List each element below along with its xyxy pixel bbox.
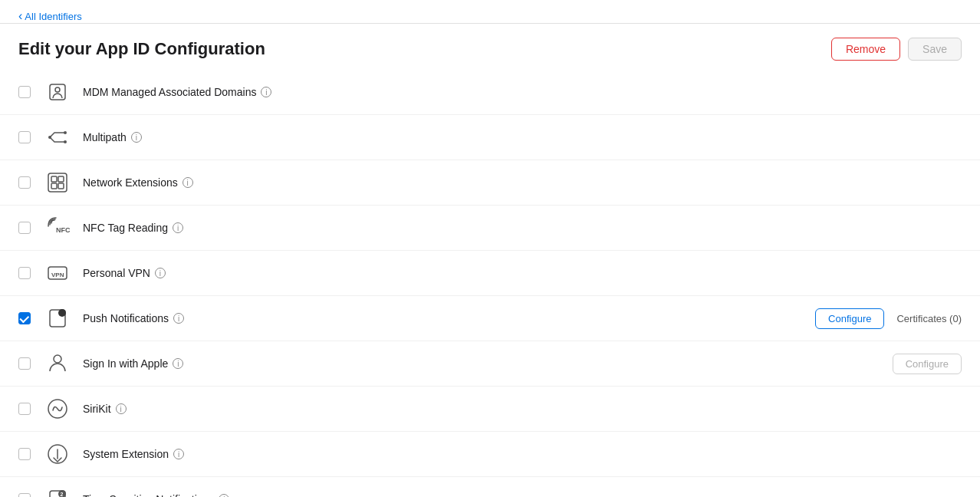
icon-sirikit [43, 394, 72, 423]
icon-sign-in-with-apple [43, 349, 72, 378]
capability-row-multipath: Multipathi [0, 115, 980, 160]
capability-row-network-extensions: Network Extensionsi [0, 160, 980, 206]
capability-name-system-extension: System Extensioni [83, 448, 962, 460]
row-actions-sign-in-with-apple: Configure [893, 354, 962, 374]
capability-row-time-sensitive: 2 Time Sensitive Notificationsi [0, 477, 980, 497]
info-icon-nfc-tag-reading[interactable]: i [173, 222, 183, 233]
capability-name-sign-in-with-apple: Sign In with Applei [83, 357, 893, 370]
checkbox-push-notifications[interactable] [18, 312, 31, 324]
capability-name-network-extensions: Network Extensionsi [83, 176, 962, 189]
svg-rect-6 [51, 176, 57, 182]
svg-point-14 [58, 309, 66, 317]
checkbox-time-sensitive[interactable] [18, 493, 31, 497]
svg-text:2: 2 [61, 492, 64, 497]
svg-rect-9 [58, 183, 64, 189]
svg-rect-7 [58, 176, 64, 182]
capability-name-personal-vpn: Personal VPNi [83, 267, 962, 279]
svg-point-15 [54, 355, 61, 363]
svg-point-3 [64, 131, 67, 134]
icon-personal-vpn: VPN [43, 258, 72, 288]
info-icon-mdm-managed[interactable]: i [261, 87, 271, 97]
capability-list: MDM Managed Associated Domainsi Multipat… [0, 70, 980, 497]
configure-button-sign-in-with-apple[interactable]: Configure [893, 354, 962, 374]
svg-point-4 [64, 140, 67, 143]
row-actions-push-notifications: ConfigureCertificates (0) [815, 308, 962, 329]
info-icon-system-extension[interactable]: i [173, 449, 184, 459]
checkbox-network-extensions[interactable] [18, 176, 31, 189]
page-title: Edit your App ID Configuration [18, 39, 265, 59]
svg-rect-8 [51, 183, 57, 189]
capability-name-time-sensitive: Time Sensitive Notificationsi [83, 493, 962, 497]
save-button[interactable]: Save [908, 38, 962, 61]
info-icon-time-sensitive[interactable]: i [219, 494, 229, 497]
capability-row-sign-in-with-apple: Sign In with AppleiConfigure [0, 341, 980, 387]
checkbox-nfc-tag-reading[interactable] [18, 222, 31, 234]
checkbox-sirikit[interactable] [18, 403, 31, 415]
svg-rect-5 [48, 173, 67, 192]
configure-button-push-notifications[interactable]: Configure [815, 308, 884, 329]
icon-network-extensions [43, 168, 72, 197]
svg-text:VPN: VPN [51, 272, 64, 278]
capability-name-multipath: Multipathi [83, 131, 962, 143]
icon-push-notifications [43, 304, 72, 333]
checkbox-system-extension[interactable] [18, 448, 31, 460]
capability-name-push-notifications: Push Notificationsi [83, 312, 815, 324]
remove-button[interactable]: Remove [831, 38, 900, 61]
info-icon-personal-vpn[interactable]: i [155, 268, 166, 278]
capability-row-sirikit: SiriKiti [0, 387, 980, 432]
icon-time-sensitive: 2 [43, 485, 72, 497]
icon-nfc-tag-reading: NFC [43, 213, 72, 242]
back-link[interactable]: All Identifiers [18, 9, 82, 23]
capability-row-personal-vpn: VPN Personal VPNi [0, 251, 980, 296]
capability-row-mdm-managed: MDM Managed Associated Domainsi [0, 70, 980, 115]
capability-row-system-extension: System Extensioni [0, 432, 980, 477]
capability-name-sirikit: SiriKiti [83, 403, 962, 415]
info-icon-push-notifications[interactable]: i [173, 313, 184, 324]
checkbox-mdm-managed[interactable] [18, 86, 31, 98]
capability-name-nfc-tag-reading: NFC Tag Readingi [83, 222, 962, 234]
checkbox-personal-vpn[interactable] [18, 267, 31, 279]
info-icon-network-extensions[interactable]: i [183, 177, 193, 188]
capability-row-push-notifications: Push NotificationsiConfigureCertificates… [0, 296, 980, 341]
icon-system-extension [43, 439, 72, 469]
capability-row-nfc-tag-reading: NFC NFC Tag Readingi [0, 206, 980, 251]
capability-name-mdm-managed: MDM Managed Associated Domainsi [83, 86, 962, 98]
checkbox-multipath[interactable] [18, 131, 31, 143]
header-actions: Remove Save [831, 38, 962, 61]
checkbox-sign-in-with-apple[interactable] [18, 357, 31, 370]
svg-text:NFC: NFC [56, 226, 70, 234]
info-icon-sign-in-with-apple[interactable]: i [173, 358, 183, 369]
icon-multipath [43, 123, 72, 152]
info-icon-sirikit[interactable]: i [116, 403, 127, 414]
info-icon-multipath[interactable]: i [131, 132, 142, 143]
svg-point-1 [55, 87, 60, 92]
svg-point-2 [48, 136, 51, 139]
icon-mdm-managed [43, 77, 72, 107]
cert-label-push-notifications: Certificates (0) [896, 313, 962, 324]
